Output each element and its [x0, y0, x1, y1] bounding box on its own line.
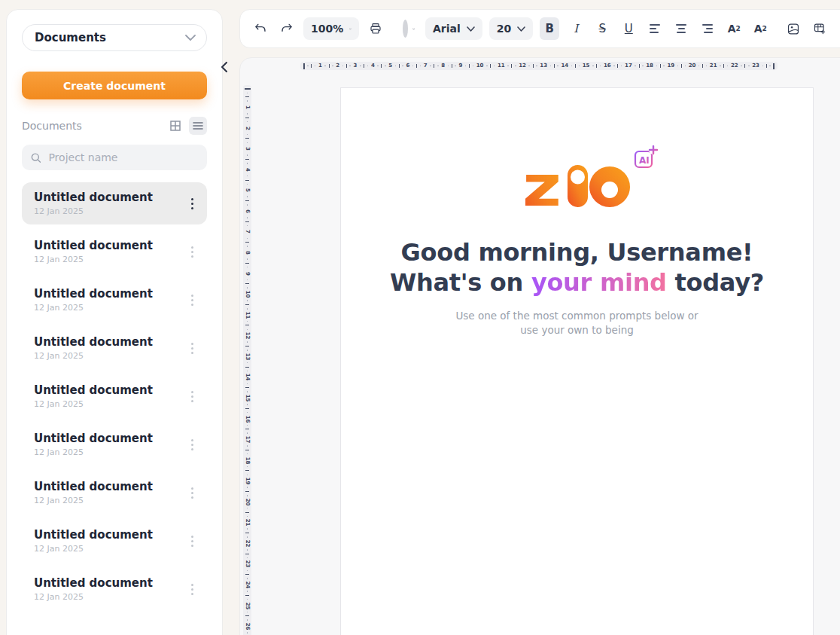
underline-button[interactable]: U	[619, 17, 638, 40]
align-right-button[interactable]	[698, 17, 717, 40]
ruler-number: 8	[245, 251, 250, 255]
ruler-number: 11	[498, 63, 505, 69]
ruler-tick	[247, 350, 248, 351]
ruler-tick	[727, 66, 729, 67]
ruler-number: 5	[245, 188, 250, 192]
documents-dropdown[interactable]: Documents	[22, 24, 207, 51]
kebab-menu-icon[interactable]	[187, 386, 198, 407]
kebab-menu-icon[interactable]	[187, 290, 198, 310]
sidebar: Documents Create document Documents Unti…	[6, 9, 223, 635]
ruler-tick	[245, 200, 249, 201]
superscript-button[interactable]: A2	[724, 17, 744, 40]
ruler-tick	[247, 591, 248, 592]
ruler-tick	[247, 329, 248, 331]
document-list-item[interactable]: Untitled document 12 Jan 2025	[22, 423, 207, 466]
align-left-button[interactable]	[645, 17, 665, 40]
ai-badge-icon: AI	[632, 145, 659, 169]
kebab-menu-icon[interactable]	[187, 338, 198, 359]
horizontal-ruler[interactable]: 1234567891011121314151617181920212223	[300, 62, 778, 70]
kebab-menu-icon[interactable]	[187, 435, 198, 455]
ruler-number: 16	[245, 415, 250, 423]
ruler-number: 6	[245, 209, 250, 213]
document-page[interactable]: z AI Good morning, Username! Wha	[340, 87, 814, 635]
table-add-icon	[814, 20, 826, 37]
subscript-digit: 2	[762, 25, 767, 32]
sidebar-collapse-button[interactable]	[217, 59, 230, 75]
ruler-tick	[245, 470, 249, 471]
subscript-button[interactable]: A2	[750, 17, 770, 40]
document-list-item[interactable]: Untitled document 12 Jan 2025	[22, 327, 207, 369]
grid-view-icon[interactable]	[166, 117, 184, 135]
kebab-menu-icon[interactable]	[187, 242, 198, 262]
kebab-menu-icon[interactable]	[187, 483, 198, 503]
ruler-tick	[245, 263, 249, 264]
ruler-tick	[642, 66, 644, 67]
ruler-number: 8	[441, 63, 445, 69]
comment-button[interactable]	[836, 17, 840, 40]
kebab-menu-icon[interactable]	[187, 531, 198, 551]
ruler-tick	[247, 391, 248, 392]
document-list-item[interactable]: Untitled document 12 Jan 2025	[22, 279, 207, 321]
chevron-down-icon	[412, 26, 415, 32]
insert-image-button[interactable]	[784, 17, 803, 40]
ruler-tick	[247, 100, 248, 102]
italic-button[interactable]: I	[566, 17, 586, 40]
kebab-menu-icon[interactable]	[187, 579, 198, 600]
ruler-number: 21	[245, 519, 250, 527]
ruler-tick	[245, 554, 249, 554]
document-list-item[interactable]: Untitled document 12 Jan 2025	[22, 520, 207, 562]
ruler-tick	[247, 267, 248, 268]
ruler-tick	[247, 557, 248, 559]
ruler-number: 14	[562, 63, 569, 69]
vertical-ruler[interactable]: 1234567891011121314151617181920212223242…	[243, 85, 251, 635]
ruler-tick	[571, 66, 573, 67]
create-document-button[interactable]: Create document	[22, 72, 207, 99]
subtitle-line2: use your own to being	[520, 324, 634, 336]
ruler-tick	[596, 64, 597, 68]
ruler-tick	[247, 258, 248, 260]
ruler-tick	[247, 341, 248, 343]
document-list-item[interactable]: Untitled document 12 Jan 2025	[22, 182, 207, 224]
ruler-number: 15	[583, 63, 590, 69]
ruler-tick	[247, 632, 248, 633]
ruler-tick	[617, 64, 618, 68]
search-box[interactable]	[22, 145, 207, 170]
zoom-value: 100%	[311, 23, 343, 35]
zoom-select[interactable]: 100%	[303, 17, 359, 40]
text-color-select[interactable]	[399, 17, 418, 40]
chevron-left-icon	[221, 62, 227, 72]
strikethrough-button[interactable]: S	[592, 17, 612, 40]
align-center-button[interactable]	[671, 17, 691, 40]
ruler-tick	[247, 404, 248, 405]
ruler-tick	[698, 66, 700, 67]
ruler-number: 15	[245, 395, 250, 402]
ruler-number: 17	[625, 63, 632, 69]
ruler-tick	[247, 362, 248, 364]
ruler-tick	[685, 66, 686, 67]
font-family-select[interactable]: Arial	[425, 17, 482, 40]
bold-button[interactable]: B	[540, 17, 559, 40]
ruler-tick	[247, 217, 248, 218]
ruler-tick	[677, 66, 679, 67]
kebab-menu-icon[interactable]	[187, 194, 198, 214]
list-view-icon[interactable]	[189, 117, 207, 135]
undo-button[interactable]	[251, 17, 270, 40]
document-date: 12 Jan 2025	[34, 399, 153, 409]
insert-table-button[interactable]	[810, 17, 829, 40]
document-list-item[interactable]: Untitled document 12 Jan 2025	[22, 568, 207, 610]
document-list-item[interactable]: Untitled document 12 Jan 2025	[22, 472, 207, 514]
ruler-tick	[247, 453, 248, 455]
document-list-item[interactable]: Untitled document 12 Jan 2025	[22, 375, 207, 417]
ruler-tick	[660, 64, 661, 68]
redo-button[interactable]	[277, 17, 297, 40]
ruler-tick	[303, 63, 305, 69]
font-size-select[interactable]: 20	[489, 17, 533, 40]
align-right-icon	[702, 24, 713, 33]
print-button[interactable]	[366, 17, 385, 40]
ruler-tick	[349, 66, 351, 67]
zio-logo: z AI	[524, 159, 631, 209]
ruler-number: 3	[354, 63, 358, 69]
search-input[interactable]	[48, 151, 198, 163]
document-list-item[interactable]: Untitled document 12 Jan 2025	[22, 230, 207, 273]
ruler-number: 11	[245, 311, 250, 319]
